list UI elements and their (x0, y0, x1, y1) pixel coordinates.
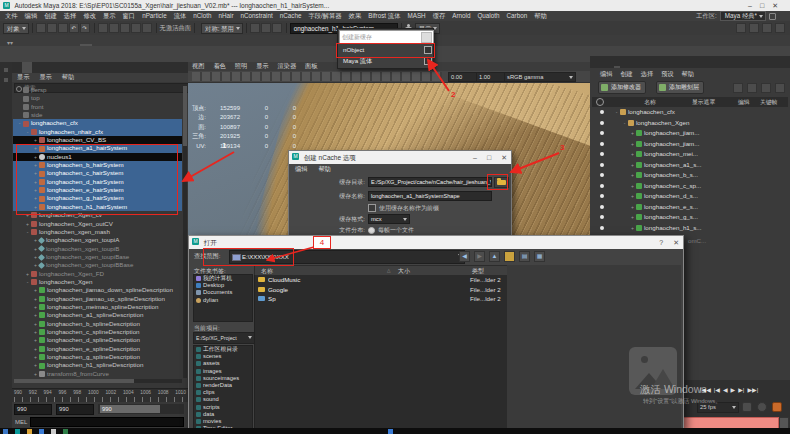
outliner-menu-item[interactable]: 显示 (39, 73, 51, 82)
menu-item[interactable]: 显示 (103, 12, 116, 21)
close-button[interactable]: ✕ (772, 2, 786, 9)
xgen-t tree-item[interactable]: - longhaochen_Xgen (592, 118, 788, 129)
transport-button[interactable]: ▶▶| (747, 386, 758, 393)
expand-toggle-icon[interactable]: + (629, 149, 636, 160)
expand-toggle-icon[interactable]: - (24, 228, 31, 236)
visibility-dot-icon[interactable] (600, 194, 604, 198)
menu-item[interactable]: nParticle (142, 12, 167, 21)
xgen-t tree-item[interactable]: + longhaochen_g_s... (592, 212, 788, 223)
dialog-menu-item[interactable]: 帮助 (318, 165, 330, 174)
prefix-checkbox[interactable] (368, 204, 376, 212)
sidebar-modeling-toolkit-icon[interactable] (775, 23, 785, 33)
close-button[interactable]: ✕ (673, 236, 679, 249)
expand-toggle-icon[interactable]: + (32, 345, 39, 353)
visibility-dot-icon[interactable] (600, 121, 604, 125)
viewport-menu-item[interactable]: 照明 (235, 62, 247, 71)
menu-item[interactable]: 帮助 (534, 12, 547, 21)
menu-item[interactable]: MASH (407, 12, 425, 21)
menu-item[interactable]: nCloth (193, 12, 211, 21)
expand-toggle-icon[interactable]: + (629, 212, 636, 223)
outliner-item[interactable]: + longhaochen_xgen_toupiB (13, 245, 182, 253)
outliner-tab[interactable] (22, 62, 32, 73)
bookmark-item[interactable]: dylian (194, 297, 252, 304)
outliner-item[interactable]: + longhaochen_g_splineDescription (13, 353, 182, 361)
snap-plane-icon[interactable] (131, 23, 141, 33)
sidebar-attr-editor-icon[interactable] (736, 23, 746, 33)
expand-toggle-icon[interactable]: - (621, 118, 628, 129)
visibility-dot-icon[interactable] (600, 173, 604, 177)
outliner-item[interactable]: + longhaochen_h1_splineDescription (13, 361, 182, 369)
xgen-t tree-item[interactable]: + longhaochen_c_sp... (592, 181, 788, 192)
outliner-item[interactable]: + longhaochen_jiamao_down_splineDescript… (13, 286, 182, 294)
symmetry-dropdown[interactable]: 对称: 禁用 (201, 23, 243, 34)
menu-item[interactable]: Arnold (452, 12, 470, 21)
help-button[interactable]: ? (659, 236, 663, 249)
range-slider[interactable]: 990 990 990 (12, 402, 188, 416)
visibility-dot-icon[interactable] (600, 163, 604, 167)
transport-button[interactable]: ▶| (738, 386, 744, 393)
shelf-menu-icon[interactable]: ▾▾ (0, 39, 20, 46)
file-row[interactable]: Google File...lder 2 (255, 285, 507, 295)
range-start-field[interactable]: 990 (14, 404, 52, 415)
ipr-render-icon[interactable] (261, 23, 271, 33)
outliner-item[interactable]: + longhaochen_xgen_toupiBBase (13, 261, 182, 269)
outliner-menu-item[interactable]: 帮助 (62, 73, 74, 82)
xgen-menu-item[interactable]: 帮助 (682, 70, 694, 79)
loop-icon[interactable] (742, 402, 752, 412)
taskbar-start-icon[interactable] (3, 429, 8, 434)
snap-point-icon[interactable] (120, 23, 130, 33)
snap-surface-icon[interactable] (142, 23, 152, 33)
expand-toggle-icon[interactable]: - (16, 119, 23, 127)
time-slider[interactable]: 990992994996998100010021004100610081010 (12, 388, 188, 403)
menu-item[interactable]: 编辑 (25, 12, 38, 21)
expand-toggle-icon[interactable]: - (613, 107, 620, 118)
viewport-menu-item[interactable]: 显示 (256, 62, 268, 71)
file-row[interactable]: CloudMusic File...lder 2 (255, 275, 507, 285)
expand-toggle-icon[interactable]: - (24, 278, 31, 286)
expand-toggle-icon[interactable]: + (32, 353, 39, 361)
expand-toggle-icon[interactable]: + (32, 295, 39, 303)
taskbar-app-icon[interactable] (63, 429, 68, 434)
expand-toggle-icon[interactable]: + (629, 128, 636, 139)
new-folder-icon[interactable] (504, 251, 515, 262)
visibility-dot-icon[interactable] (600, 142, 604, 146)
redo-icon[interactable]: ↷ (80, 23, 90, 33)
column-edit[interactable]: 编辑 (738, 98, 760, 107)
viewport-menu-item[interactable]: 视图 (192, 62, 204, 71)
outliner-item[interactable]: + longhaochen_meimao_splineDescription (13, 303, 182, 311)
expand-toggle-icon[interactable]: - (24, 128, 31, 136)
xgen-t tree-item[interactable]: + longhaochen_jiam... (592, 139, 788, 150)
project-folder-item[interactable]: data (194, 411, 252, 418)
project-folder-item[interactable]: assets (194, 360, 252, 367)
outliner-item[interactable]: persp (13, 86, 182, 94)
outliner-item[interactable]: + longhaochen_e_splineDescription (13, 345, 182, 353)
transport-button[interactable]: ▶ (731, 386, 736, 393)
expand-toggle-icon[interactable]: + (32, 311, 39, 319)
project-folder-item[interactable]: movies (194, 418, 252, 425)
outliner-item[interactable]: - longhaochen_nhair_cfx (13, 128, 182, 136)
show-all-icon[interactable] (733, 83, 743, 93)
outliner-item[interactable]: - longhaochen_cfx (13, 119, 182, 127)
range-slider-handle[interactable]: 990 (100, 405, 160, 413)
expand-toggle-icon[interactable]: + (32, 286, 39, 294)
outliner-tab[interactable] (12, 62, 22, 73)
outliner-item[interactable]: + longhaochen_Xgen_FD (13, 270, 182, 278)
outliner-menu-item[interactable]: 显示 (17, 73, 29, 82)
bookmark-item[interactable]: Desktop (194, 282, 252, 289)
visibility-dot-icon[interactable] (600, 131, 604, 135)
minimize-button[interactable]: – (748, 2, 760, 9)
lock-icon[interactable] (769, 13, 776, 20)
live-surface-field[interactable]: 无激活曲面 (160, 24, 191, 33)
menu-item[interactable]: Carbon (507, 12, 528, 21)
expand-toggle-icon[interactable]: + (32, 336, 39, 344)
save-scene-icon[interactable] (58, 23, 68, 33)
menu-item[interactable]: Qualoth (477, 12, 499, 21)
xgen-menu-item[interactable]: 预设 (661, 70, 673, 79)
xgen-menu-item[interactable]: 选择 (641, 70, 653, 79)
outliner-item[interactable]: + longhaochen_xgen_toupiBase (13, 253, 182, 261)
new-folder-icon[interactable] (761, 83, 771, 93)
visibility-dot-icon[interactable] (600, 184, 604, 188)
visibility-dot-icon[interactable] (600, 215, 604, 219)
xgen-t tree-item[interactable]: + longhaochen_h1_s... (592, 223, 788, 234)
menu-item[interactable]: 窗口 (123, 12, 136, 21)
